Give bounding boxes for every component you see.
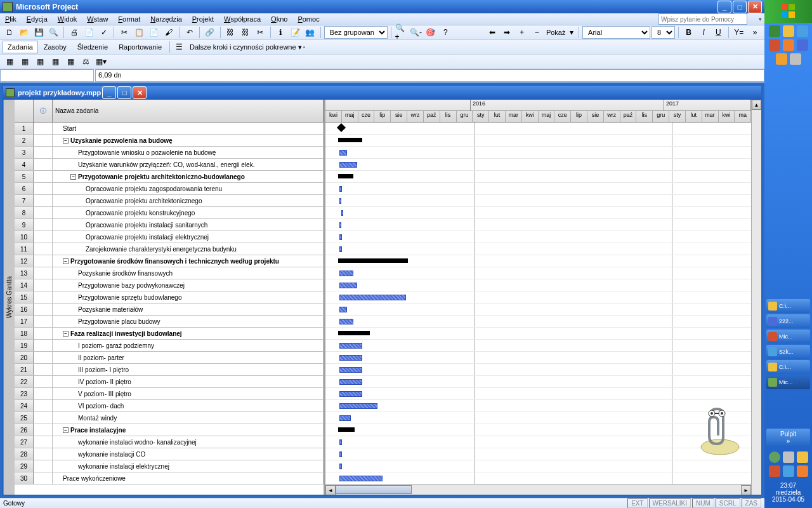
table-row[interactable]: 24VI poziom- dach (15, 400, 324, 412)
tab-reporting[interactable]: Raportowanie (114, 41, 167, 53)
task-name-cell[interactable]: V poziom- III piętro (53, 388, 324, 399)
gantt-row[interactable] (325, 304, 751, 316)
indicator-cell[interactable] (34, 436, 53, 448)
timescale-year[interactable] (325, 100, 471, 110)
table-row[interactable]: 29wykonanie instalacji elektrycznej (15, 460, 324, 472)
gantt-row[interactable] (325, 243, 751, 255)
format-painter-button[interactable]: 🖌 (162, 25, 176, 39)
start-button[interactable] (764, 0, 812, 23)
table-row[interactable]: 2−Uzyskanie pozwolenia na budowę (15, 135, 324, 147)
bold-button[interactable]: B (682, 25, 695, 39)
taskbar-button[interactable]: Mic... (766, 330, 810, 344)
task-name-cell[interactable]: Przygotowanie placu budowy (53, 316, 324, 327)
table-row[interactable]: 1Start (15, 123, 324, 135)
table-row[interactable]: 12−Przygotowanie środków finansowych i t… (15, 255, 324, 267)
task-name-cell[interactable]: wykonanie instalacji CO (53, 448, 324, 460)
gantt-row[interactable] (325, 448, 751, 460)
indicator-cell[interactable] (34, 183, 53, 194)
row-number[interactable]: 17 (15, 316, 34, 327)
copy-button[interactable]: 📋 (133, 25, 146, 39)
indicator-cell[interactable] (34, 316, 53, 327)
timescale-month[interactable]: sty (473, 111, 489, 122)
gantt-task-bar[interactable] (339, 222, 341, 228)
table-row[interactable]: 22IV poziom- II piętro (15, 376, 324, 388)
row-number[interactable]: 30 (15, 472, 34, 484)
task-name-cell[interactable]: I poziom- garaż podziemny (53, 340, 324, 351)
show-desktop-button[interactable]: Pulpit» (766, 429, 810, 446)
task-name-cell[interactable]: Start (53, 123, 324, 134)
task-name-cell[interactable]: Opracowanie projektu instalacji elektryc… (53, 231, 324, 243)
table-row[interactable]: 9Opracowanie projektu instalacji sanitar… (15, 219, 324, 231)
doc-close-button[interactable]: ✕ (133, 86, 147, 99)
table-row[interactable]: 13Pozyskanie środków finansowych (15, 267, 324, 279)
gantt-row[interactable] (325, 328, 751, 340)
table-row[interactable]: 26−Prace instalacyjne (15, 424, 324, 436)
table-row[interactable]: 19I poziom- garaż podziemny (15, 340, 324, 352)
taskbar-button[interactable]: 222... (766, 314, 810, 328)
zoomout-button[interactable]: 🔍- (409, 25, 422, 39)
preview-button[interactable]: 📄 (82, 25, 96, 39)
indicator-cell[interactable] (34, 135, 53, 146)
table-view-icon[interactable]: ▦▾ (94, 55, 108, 69)
row-number[interactable]: 28 (15, 448, 34, 460)
timescale-month[interactable]: lis (636, 111, 653, 122)
quicklaunch-icon[interactable] (797, 39, 808, 51)
table-row[interactable]: 27wykonanie instalaci wodno- kanalizacyj… (15, 436, 324, 448)
gantt-task-bar[interactable] (339, 150, 347, 156)
indicator-cell[interactable] (34, 255, 53, 267)
timescale-month[interactable]: cze (358, 111, 375, 122)
indicator-cell[interactable] (34, 243, 53, 255)
task-name-cell[interactable]: −Prace instalacyjne (53, 424, 324, 436)
indent-right-button[interactable]: ➡ (501, 25, 514, 39)
indicator-cell[interactable] (34, 472, 53, 484)
menu-narzędzia[interactable]: Narzędzia (145, 13, 187, 25)
indicator-cell[interactable] (34, 352, 53, 363)
gantt-task-bar[interactable] (339, 355, 362, 361)
notes-button[interactable]: 📝 (289, 25, 302, 39)
timescale-month[interactable]: lut (686, 111, 702, 122)
gantt-task-bar[interactable] (341, 210, 343, 216)
taskbar-button[interactable]: Mic... (766, 375, 810, 389)
goto-task-button[interactable]: 🎯 (424, 25, 437, 39)
quicklaunch-icon[interactable] (783, 25, 794, 37)
minimize-button[interactable]: _ (717, 1, 731, 13)
row-number[interactable]: 4 (15, 159, 34, 170)
gantt-task-bar[interactable] (339, 415, 351, 421)
task-name-cell[interactable]: Opracowanie projektu konstrukcyjnego (53, 207, 324, 218)
help-search-input[interactable] (658, 13, 747, 25)
doc-minimize-button[interactable]: _ (102, 86, 116, 99)
timescale-month[interactable]: ma (735, 111, 751, 122)
gantt-row[interactable] (325, 267, 751, 279)
timescale-month[interactable]: lut (489, 111, 506, 122)
gantt-row[interactable] (325, 195, 751, 207)
task-name-cell[interactable]: Opracowanie projektu zagospodarowania te… (53, 183, 324, 194)
gantt-row[interactable] (325, 472, 751, 485)
header-taskname[interactable]: Nazwa zadania (53, 100, 324, 122)
guide-icon[interactable]: ☰ (172, 40, 186, 54)
timescale-month[interactable]: paź (620, 111, 637, 122)
underline-button[interactable]: U (712, 25, 725, 39)
gantt-task-bar[interactable] (339, 476, 383, 481)
gantt-row[interactable] (325, 147, 751, 159)
menu-wstaw[interactable]: Wstaw (82, 13, 113, 25)
indicator-cell[interactable] (34, 171, 53, 182)
timescale-month[interactable]: lis (440, 111, 457, 122)
gantt-row[interactable] (325, 412, 751, 424)
quicklaunch-icon[interactable] (783, 39, 794, 51)
font-combo[interactable]: Arial (582, 26, 650, 39)
table-row[interactable]: 20II poziom- parter (15, 352, 324, 364)
task-name-cell[interactable]: III poziom- I piętro (53, 364, 324, 375)
timescale-month[interactable]: gru (457, 111, 473, 122)
tab-tasks[interactable]: Zadania (3, 41, 38, 53)
gantt-task-bar[interactable] (339, 246, 342, 252)
table-row[interactable]: 17Przygotowanie placu budowy (15, 316, 324, 328)
tab-resources[interactable]: Zasoby (39, 41, 72, 53)
gantt-row[interactable] (325, 123, 751, 135)
timescale-month[interactable]: sie (391, 111, 407, 122)
systray-icon[interactable] (797, 465, 808, 477)
menu-widok[interactable]: Widok (53, 13, 82, 25)
gantt-row[interactable] (325, 460, 751, 472)
indicator-cell[interactable] (34, 376, 53, 387)
menu-plik[interactable]: Plik (0, 13, 22, 25)
indicator-cell[interactable] (34, 412, 53, 424)
